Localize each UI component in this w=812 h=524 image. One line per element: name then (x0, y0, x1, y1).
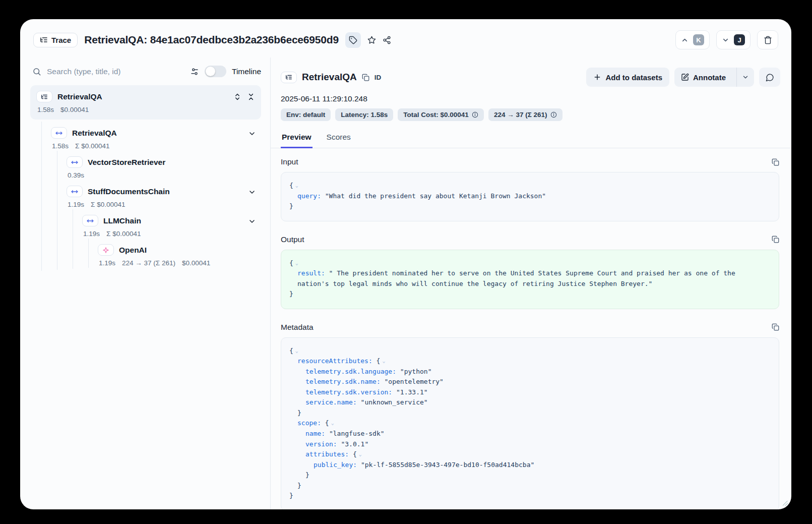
node-name: OpenAI (119, 246, 147, 255)
collapse-node-icon[interactable] (248, 217, 256, 225)
delete-trace-button[interactable] (757, 30, 778, 49)
add-to-datasets-button[interactable]: Add to datasets (586, 68, 669, 87)
tree-node-stuffdocumentschain[interactable]: StuffDocumentsChain1.19sΣ $0.00041LLMCha… (57, 180, 261, 270)
search-input[interactable] (47, 67, 184, 76)
node-name: VectorStoreRetriever (88, 158, 165, 167)
tags-button[interactable] (345, 32, 361, 48)
next-trace-button[interactable]: J (716, 30, 751, 49)
tag-icon (349, 36, 357, 44)
keyboard-shortcut-k: K (693, 34, 704, 45)
node-duration: 0.39s (68, 171, 84, 179)
metric-badge: Env: default (281, 108, 331, 121)
copy-id-icon[interactable] (362, 74, 369, 81)
collapse-node-icon[interactable] (248, 188, 256, 196)
bookmark-star-button[interactable] (367, 36, 376, 44)
tree-root-trace[interactable]: RetrievalQA 1.58s $0.00041 (30, 85, 261, 120)
annotate-button[interactable]: Annotate (674, 68, 732, 87)
section-output: Output{⌄result: " The president nominate… (281, 235, 779, 309)
share-button[interactable] (383, 36, 391, 44)
node-name: LLMChain (103, 216, 141, 225)
generation-badge (98, 244, 114, 256)
annotate-split-button: Annotate (674, 68, 754, 87)
trace-type-chip: Trace (33, 33, 78, 47)
list-tree-icon (40, 36, 48, 44)
tree-children: OpenAI1.19s224 → 37 (Σ 261)$0.00041 (88, 239, 261, 268)
collapse-node-icon[interactable] (248, 130, 256, 138)
collapse-all-icon[interactable] (247, 93, 255, 101)
star-icon (367, 36, 376, 44)
node-name: StuffDocumentsChain (88, 187, 170, 196)
tab-scores[interactable]: Scores (326, 129, 352, 148)
node-cost: Σ $0.00041 (75, 142, 109, 150)
tree-root-duration: 1.58s (37, 106, 54, 113)
trash-icon (764, 36, 772, 44)
chevron-up-icon (681, 36, 689, 44)
copy-icon[interactable] (772, 158, 779, 166)
input-json-viewer[interactable]: {⌄query: "What did the president say abo… (281, 172, 779, 221)
trace-timestamp: 2025-06-11 11:29:10.248 (271, 87, 791, 103)
info-icon[interactable] (472, 111, 478, 118)
copy-icon[interactable] (772, 236, 779, 243)
expand-all-icon[interactable] (233, 93, 241, 101)
info-icon[interactable] (550, 111, 557, 118)
tree-node-openai[interactable]: OpenAI1.19s224 → 37 (Σ 261)$0.00041 (89, 239, 261, 268)
list-tree-icon (41, 93, 48, 100)
node-duration: 1.19s (68, 201, 84, 208)
plus-icon (593, 73, 601, 81)
observation-detail-panel: RetrievalQA ID Add to datasets Annotate (271, 57, 791, 509)
metric-badge: Total Cost: $0.00041 (398, 108, 484, 121)
filter-sliders-icon[interactable] (190, 67, 199, 76)
output-json-viewer[interactable]: {⌄result: " The president nominated her … (281, 250, 779, 309)
span-arrows-icon (55, 130, 63, 137)
trace-tree-panel: Timeline RetrievalQA 1 (20, 57, 271, 509)
chevron-down-icon (722, 36, 729, 44)
span-arrows-icon (71, 159, 78, 166)
span-arrows-icon (87, 217, 94, 224)
trace-chip-label: Trace (51, 36, 71, 44)
timeline-toggle[interactable] (205, 66, 226, 77)
trace-window: Trace RetrievalQA: 84e1ac07dedbce3b2a236… (20, 19, 791, 509)
tree-node-retrievalqa[interactable]: RetrievalQA1.58sΣ $0.00041VectorStoreRet… (42, 122, 261, 271)
preview-content[interactable]: Input{⌄query: "What did the president sa… (271, 148, 791, 509)
observation-tree: RetrievalQA 1.58s $0.00041 RetrievalQA1.… (30, 85, 262, 271)
annotate-menu-button[interactable] (736, 68, 754, 87)
tree-children: RetrievalQA1.58sΣ $0.00041VectorStoreRet… (41, 122, 261, 271)
node-cost: $0.00041 (182, 259, 210, 267)
resize-grip-icon[interactable] (783, 501, 788, 506)
comments-button[interactable] (759, 68, 780, 87)
id-label: ID (374, 74, 382, 81)
tree-node-vectorstoreretriever[interactable]: VectorStoreRetriever0.39s (57, 151, 261, 180)
tree-node-llmchain[interactable]: LLMChain1.19sΣ $0.00041OpenAI1.19s224 → … (73, 209, 261, 269)
tree-children: LLMChain1.19sΣ $0.00041OpenAI1.19s224 → … (73, 209, 261, 269)
section-input: Input{⌄query: "What did the president sa… (281, 157, 779, 221)
section-metadata: Metadata{⌄resourceAttributes: {⌄telemetr… (281, 323, 779, 509)
node-cost: Σ $0.00041 (91, 201, 125, 208)
tab-preview[interactable]: Preview (281, 129, 313, 148)
copy-icon[interactable] (772, 323, 779, 331)
node-duration: 1.19s (99, 259, 115, 267)
metric-badge: 224 → 37 (Σ 261) (488, 108, 563, 121)
span-badge (82, 215, 98, 226)
node-token-usage: 224 → 37 (Σ 261) (122, 259, 175, 267)
timeline-toggle-label: Timeline (232, 67, 261, 76)
tree-root-cost: $0.00041 (60, 106, 89, 113)
section-title: Metadata (281, 323, 314, 332)
list-tree-icon (285, 74, 292, 81)
span-badge (67, 156, 83, 168)
share-icon (383, 36, 391, 44)
span-badge (51, 127, 67, 139)
observation-title: RetrievalQA (302, 72, 357, 83)
node-cost: Σ $0.00041 (106, 230, 141, 238)
metadata-json-viewer[interactable]: {⌄resourceAttributes: {⌄telemetry.sdk.la… (281, 337, 779, 509)
chevron-down-icon (742, 74, 749, 81)
node-duration: 1.19s (83, 230, 100, 238)
span-badge (67, 186, 83, 197)
trace-badge (36, 91, 52, 102)
keyboard-shortcut-j: J (734, 34, 745, 45)
comment-bubble-icon (766, 73, 774, 82)
window-header: Trace RetrievalQA: 84e1ac07dedbce3b2a236… (20, 19, 791, 57)
section-title: Input (281, 157, 298, 166)
trace-badge (281, 72, 297, 83)
previous-trace-button[interactable]: K (675, 30, 710, 49)
span-arrows-icon (71, 188, 78, 195)
